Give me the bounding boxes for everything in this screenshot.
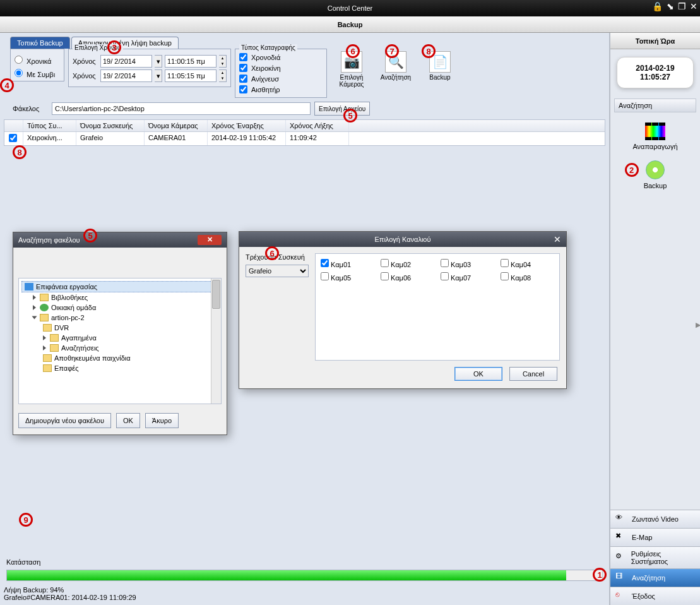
map-icon: ✖ — [615, 532, 627, 543]
browse-folder-dialog: Αναζήτηση φακέλου ✕ Επιφάνεια εργασίας Β… — [13, 232, 227, 435]
folder-label: Φάκελος — [13, 105, 48, 112]
nav-search[interactable]: 🎞Αναζήτηση 1 — [610, 568, 700, 587]
device-select[interactable]: Grafeio — [246, 265, 309, 277]
channel-cam08[interactable]: Καμ08 — [501, 272, 554, 282]
dialog-title: Αναζήτηση φακέλου — [18, 236, 80, 244]
ok-button[interactable]: OK — [116, 413, 140, 428]
folder-icon — [40, 294, 49, 301]
channel-cam05[interactable]: Καμ05 — [321, 272, 374, 282]
device-label: Τρέχουσα Συσκευή — [246, 253, 315, 261]
progress-bar — [6, 570, 603, 581]
time-to-input[interactable] — [165, 69, 217, 82]
search-icon: 🔍 — [385, 51, 406, 73]
tab-local-backup[interactable]: Τοπικό Backup — [10, 37, 70, 49]
status-label: Κατάσταση — [6, 558, 603, 566]
date-to-input[interactable] — [100, 69, 152, 82]
expand-icon[interactable]: ▶ — [696, 321, 700, 329]
status-line2: Grafeio#CAMERA01: 2014-02-19 11:09:29 — [4, 594, 605, 601]
clock-date: 2014-02-19 — [620, 64, 691, 73]
tree-node-dvr[interactable]: DVR — [21, 323, 218, 333]
section-title: Backup — [338, 21, 363, 28]
folder-icon — [50, 334, 59, 342]
backup-side-button[interactable]: Backup 2 — [644, 160, 667, 189]
folder-icon — [43, 324, 52, 332]
table-row[interactable]: Χειροκίνη... Grafeio CAMERA01 2014-02-19… — [4, 132, 605, 145]
new-folder-button[interactable]: Δημιουργία νέου φακέλου — [18, 413, 111, 428]
backup-button[interactable]: 📄 Backup — [422, 51, 458, 88]
nav-settings[interactable]: ⚙Ρυθμίσεις Συστήματος — [610, 546, 700, 568]
table-header: Τύπος Συ... Όνομα Συσκευής Όνομα Κάμερας… — [4, 120, 605, 132]
mode-by-event[interactable]: Με Συμβι — [15, 69, 60, 78]
channel-cam07[interactable]: Καμ07 — [441, 272, 494, 282]
chevron-down-icon[interactable]: ▾ — [155, 69, 162, 82]
playback-button[interactable]: Αναπαραγωγή — [632, 123, 677, 150]
results-table: Τύπος Συ... Όνομα Συσκευής Όνομα Κάμερας… — [4, 119, 605, 146]
channel-cam06[interactable]: Καμ06 — [381, 272, 434, 282]
exit-icon: ⎋ — [615, 590, 627, 602]
ok-button[interactable]: OK — [454, 367, 502, 381]
window-titlebar: Control Center 🔒 ⬊ ❐ ✕ — [0, 0, 700, 16]
nav-emap[interactable]: ✖E-Map — [610, 528, 700, 546]
lock-icon[interactable]: 🔒 — [652, 1, 663, 11]
mode-group: Χρονικά Με Συμβι — [10, 49, 64, 81]
homegroup-icon — [40, 304, 49, 311]
disc-icon — [646, 160, 665, 179]
select-camera-button[interactable]: 📷 Επιλογή Κάμερας — [333, 51, 370, 88]
maximize-icon[interactable]: ❐ — [678, 1, 686, 11]
time-to-spinner[interactable]: ▲▼ — [219, 69, 227, 82]
clock-widget: 2014-02-19 11:05:27 — [617, 57, 694, 88]
nav-live-video[interactable]: 👁Ζωντανό Video — [610, 510, 700, 528]
tree-node-desktop[interactable]: Επιφάνεια εργασίας — [21, 281, 218, 292]
cancel-button[interactable]: Άκυρο — [145, 413, 179, 428]
search-section-header: Αναζήτηση — [614, 99, 696, 112]
reel-icon: 🎞 — [615, 572, 627, 584]
dialog-title: Επιλογή Καναλιού — [239, 236, 566, 243]
folder-tree[interactable]: Επιφάνεια εργασίας Βιβλιοθήκες Οικιακή ο… — [18, 278, 222, 404]
scrollbar[interactable] — [211, 279, 221, 404]
tree-node-homegroup[interactable]: Οικιακή ομάδα — [21, 302, 218, 313]
time-from-spinner[interactable]: ▲▼ — [219, 55, 227, 68]
tree-node-favorites[interactable]: Αγαπημένα — [21, 333, 218, 343]
channel-cam03[interactable]: Καμ03 — [441, 259, 494, 268]
type-sensor[interactable]: Αισθητήρ — [239, 85, 280, 93]
pin-icon[interactable]: ⬊ — [667, 1, 674, 11]
close-icon[interactable]: ✕ — [690, 1, 697, 11]
channel-cam04[interactable]: Καμ04 — [501, 259, 554, 268]
section-bar: Backup — [0, 16, 700, 33]
mode-by-time[interactable]: Χρονικά — [15, 56, 60, 65]
time-from-input[interactable] — [165, 55, 217, 68]
nav-exit[interactable]: ⎋Έξοδος — [610, 587, 700, 605]
eye-icon: 👁 — [615, 513, 627, 525]
folder-icon — [43, 354, 52, 362]
type-motion[interactable]: Ανίχνευσ — [239, 75, 279, 83]
channel-cam02[interactable]: Καμ02 — [381, 259, 434, 268]
close-icon[interactable]: ✕ — [198, 235, 222, 245]
type-manual[interactable]: Χειροκίνη — [239, 64, 281, 72]
row-checkbox[interactable] — [9, 134, 17, 142]
browse-button[interactable]: Επιλογή Αρχείου — [314, 102, 370, 116]
gear-icon: ⚙ — [615, 552, 626, 563]
folder-icon — [50, 344, 59, 352]
tree-node-saved-games[interactable]: Αποθηκευμένα παιχνίδια — [21, 353, 218, 363]
tree-node-searches[interactable]: Αναζητήσεις — [21, 343, 218, 353]
camera-icon: 📷 — [341, 51, 362, 73]
cancel-button[interactable]: Cancel — [509, 367, 557, 381]
status-line1: Λήψη Backup: 94% — [4, 586, 605, 594]
window-title: Control Center — [328, 4, 373, 12]
date-from-input[interactable] — [100, 55, 152, 68]
search-button[interactable]: 🔍 Αναζήτηση — [377, 51, 414, 88]
tree-node-contacts[interactable]: Επαφές — [21, 363, 218, 373]
type-schedule[interactable]: Χρονοδιά — [239, 53, 280, 61]
clock-header: Τοπική Ώρα — [610, 33, 700, 49]
channel-select-dialog: Επιλογή Καναλιού ✕ Τρέχουσα Συσκευή Graf… — [239, 231, 567, 389]
clock-time: 11:05:27 — [620, 73, 691, 81]
channel-grid: Καμ01 Καμ02 Καμ03 Καμ04 Καμ05 Καμ06 Καμ0… — [315, 253, 560, 361]
channel-cam01[interactable]: Καμ01 — [321, 259, 374, 268]
computer-icon — [40, 314, 49, 321]
chevron-down-icon[interactable]: ▾ — [155, 55, 162, 68]
folder-path-input[interactable] — [52, 102, 311, 115]
record-type-group: Τύπος Καταγραφής Χρονοδιά Χειροκίνη Ανίχ… — [235, 49, 327, 98]
folder-icon — [43, 364, 52, 372]
tree-node-pc[interactable]: artion-pc-2 — [21, 313, 218, 323]
tree-node-libraries[interactable]: Βιβλιοθήκες — [21, 292, 218, 302]
